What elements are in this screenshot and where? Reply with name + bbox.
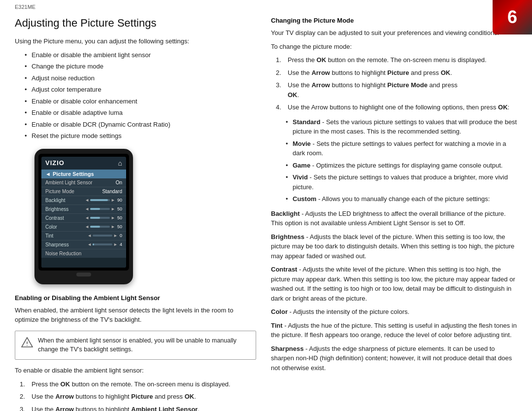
tv-slider-row: Brightness ◄ ► 50 xyxy=(41,205,126,214)
svg-point-1 xyxy=(27,345,28,346)
row-label: Picture Mode xyxy=(45,189,74,194)
list-item: 3. Use the Arrow buttons to highlight Am… xyxy=(20,405,256,411)
tv-menu-header: ◄ Picture Settings xyxy=(41,170,126,178)
slider-bar xyxy=(90,208,110,210)
row-label: Contrast xyxy=(45,215,64,221)
backlight-desc: Backlight - Adjusts the LED brightness t… xyxy=(271,209,517,228)
row-value: On xyxy=(116,180,122,185)
slider-value: 50 xyxy=(117,224,122,229)
picture-mode-heading: Changing the Picture Mode xyxy=(271,17,517,24)
tv-menu: ◄ Picture Settings Ambient Light Sensor … xyxy=(41,170,126,268)
plus-icon: ► xyxy=(113,233,118,238)
tv-slider-row: Backlight ◄ ► 90 xyxy=(41,196,126,205)
row-label: Tint xyxy=(45,233,53,239)
list-item: Adjust color temperature xyxy=(25,85,256,95)
list-item: Movie - Sets the picture settings to val… xyxy=(286,139,517,158)
list-item: 2. Use the Arrow buttons to highlight Pi… xyxy=(276,68,517,78)
right-column: Changing the Picture Mode Your TV displa… xyxy=(271,17,517,411)
list-item: Enable or disable the ambient light sens… xyxy=(25,50,256,60)
tv-slider: ◄ ► 0 xyxy=(87,233,122,238)
minus-icon: ◄ xyxy=(85,215,89,220)
row-label: Brightness xyxy=(45,206,68,212)
slider-bar xyxy=(93,243,112,245)
contrast-desc: Contrast - Adjusts the white level of th… xyxy=(271,265,517,303)
minus-icon: ◄ xyxy=(87,233,92,238)
row-label: Ambient Light Sensor xyxy=(45,180,93,185)
model-number: E321ME xyxy=(15,4,35,10)
main-content: Adjusting the Picture Settings Using the… xyxy=(0,12,532,411)
left-column: Adjusting the Picture Settings Using the… xyxy=(15,17,256,411)
picture-mode-options: Standard - Sets the various picture sett… xyxy=(286,117,517,204)
row-value: Standard xyxy=(102,189,122,194)
plus-icon: ► xyxy=(113,242,118,247)
slider-value: 50 xyxy=(117,206,122,211)
tint-desc: Tint - Adjusts the hue of the picture. T… xyxy=(271,321,517,340)
list-item: 1. Press the OK button on the remote. Th… xyxy=(20,379,256,389)
tv-slider-row: Sharpness ◄ ► 4 xyxy=(41,240,126,249)
steps-intro: To enable or disable the ambient light s… xyxy=(15,366,256,376)
tv-slider: ◄ ► 50 xyxy=(85,215,122,220)
tv-menu-title: Picture Settings xyxy=(53,171,94,177)
list-item: Adjust noise reduction xyxy=(25,73,256,83)
home-icon: ⌂ xyxy=(118,159,122,167)
tv-menu-row: Picture Mode Standard xyxy=(41,187,126,196)
slider-bar xyxy=(90,217,110,219)
tv-slider: ◄ ► 90 xyxy=(85,198,122,203)
list-item: Vivid - Sets the picture settings to val… xyxy=(286,172,517,192)
tv-header: VIZIO ⌂ xyxy=(41,157,126,170)
slider-bar xyxy=(90,199,110,201)
list-item: Enable or disable color enhancement xyxy=(25,97,256,106)
list-item: Enable or disable DCR (Dynamic Contrast … xyxy=(25,120,256,130)
page-title: Adjusting the Picture Settings xyxy=(15,17,256,30)
list-item: Standard - Sets the various picture sett… xyxy=(286,117,517,137)
tv-menu-row: Noise Reduction xyxy=(41,249,126,258)
tv-device: VIZIO ⌂ ◄ Picture Settings Ambient Ligh xyxy=(34,149,133,284)
slider-value: 4 xyxy=(120,242,122,247)
plus-icon: ► xyxy=(111,198,115,203)
tv-slider-row: Contrast ◄ ► 50 xyxy=(41,214,126,223)
warning-text: When the ambient light sensor is enabled… xyxy=(38,336,250,355)
slider-bar xyxy=(93,235,112,237)
ambient-section-heading: Enabling or Disabling the Ambient Light … xyxy=(15,294,256,302)
list-item: 3. Use the Arrow buttons to highlight Pi… xyxy=(276,80,517,100)
plus-icon: ► xyxy=(111,206,115,211)
minus-icon: ◄ xyxy=(85,206,89,211)
warning-box: When the ambient light sensor is enabled… xyxy=(15,331,256,360)
steps-list: 1. Press the OK button on the remote. Th… xyxy=(20,379,256,411)
slider-fill xyxy=(90,226,100,228)
slider-value: 0 xyxy=(120,233,122,238)
tv-slider: ◄ ► 50 xyxy=(85,206,122,211)
slider-value: 50 xyxy=(117,215,122,220)
minus-icon: ◄ xyxy=(85,198,89,203)
slider-bar xyxy=(90,226,110,228)
minus-icon: ◄ xyxy=(87,242,92,247)
plus-icon: ► xyxy=(111,215,115,220)
slider-value: 90 xyxy=(117,198,122,203)
ambient-intro: When enabled, the ambient light sensor d… xyxy=(15,306,256,325)
list-item: Reset the picture mode settings xyxy=(25,131,256,141)
row-label: Backlight xyxy=(45,198,66,203)
row-label: Sharpness xyxy=(45,242,69,247)
list-item: Change the picture mode xyxy=(25,62,256,71)
list-item: 2. Use the Arrow buttons to highlight Pi… xyxy=(20,392,256,402)
chapter-badge: 6 xyxy=(493,0,532,34)
minus-icon: ◄ xyxy=(85,224,89,229)
list-item: 1. Press the OK button on the remote. Th… xyxy=(276,55,517,65)
tv-slider-row: Tint ◄ ► 0 xyxy=(41,232,126,240)
warning-icon xyxy=(21,337,33,351)
slider-fill xyxy=(90,208,100,210)
picture-mode-steps-intro: To change the picture mode: xyxy=(271,42,517,52)
top-bar: E321ME xyxy=(0,0,532,12)
chapter-number: 6 xyxy=(507,7,517,28)
list-item: Game - Optimizes the picture settings fo… xyxy=(286,161,517,171)
tv-bottom-button xyxy=(76,273,91,276)
slider-fill xyxy=(93,243,94,245)
feature-list: Enable or disable the ambient light sens… xyxy=(25,50,256,141)
tv-slider: ◄ ► 4 xyxy=(87,242,122,247)
tv-menu-row: Ambient Light Sensor On xyxy=(41,178,126,187)
intro-text: Using the Picture menu, you can adjust t… xyxy=(15,36,256,46)
row-label: Color xyxy=(45,224,57,230)
slider-fill xyxy=(90,199,108,201)
list-item: 4. Use the Arrow buttons to highlight on… xyxy=(276,103,517,112)
tv-screen-outer: VIZIO ⌂ ◄ Picture Settings Ambient Ligh xyxy=(38,154,129,271)
